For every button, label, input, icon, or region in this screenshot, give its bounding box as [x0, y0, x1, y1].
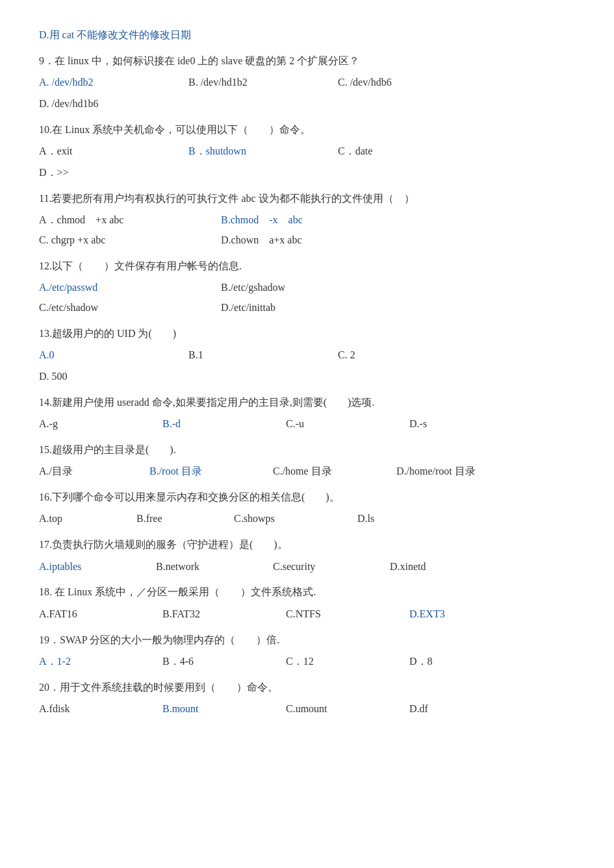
question-15: 15.超级用户的主目录是( ). — [39, 440, 575, 460]
q12-options: A./etc/passwd B./etc/gshadow C./etc/shad… — [39, 279, 575, 317]
q14-options: A.-g B.-d C.-u D.-s — [39, 415, 575, 434]
question-10: 10.在 Linux 系统中关机命令，可以使用以下（ ）命令。 — [39, 120, 575, 140]
question-12: 12.以下（ ）文件保存有用户帐号的信息. — [39, 256, 575, 276]
question-18: 18. 在 Linux 系统中，／分区一般采用（ ）文件系统格式. — [39, 582, 575, 602]
q20-options: A.fdisk B.mount C.umount D.df — [39, 700, 575, 719]
question-9: 9．在 linux 中，如何标识接在 ide0 上的 slave 硬盘的第 2 … — [39, 51, 575, 71]
question-19: 19．SWAP 分区的大小一般为物理内存的（ ）倍. — [39, 630, 575, 650]
q9-options: A. /dev/hdb2 B. /dev/hd1b2 C. /dev/hdb6 … — [39, 73, 575, 114]
q10-options: A．exit B．shutdown C．date D．>> — [39, 142, 575, 182]
question-17: 17.负责执行防火墙规则的服务（守护进程）是( )。 — [39, 535, 575, 554]
question-16: 16.下列哪个命令可以用来显示内存和交换分区的相关信息( )。 — [39, 488, 575, 507]
question-13: 13.超级用户的的 UID 为( ) — [39, 324, 575, 343]
q19-options: A．1-2 B．4-6 C．12 D．8 — [39, 652, 575, 671]
q13-options: A.0 B.1 C. 2 D. 500 — [39, 346, 575, 386]
question-20: 20．用于文件系统挂载的时候要用到（ ）命令。 — [39, 678, 575, 697]
q16-options: A.top B.free C.showps D.ls — [39, 510, 575, 528]
question-11: 11.若要把所有用户均有权执行的可执行文件 abc 设为都不能执行的文件使用（ … — [39, 189, 575, 208]
q11-options: A．chmod +x abc B.chmod -x abc C. chgrp +… — [39, 211, 575, 250]
question-14: 14.新建用户使用 useradd 命令,如果要指定用户的主目录,则需要( )选… — [39, 393, 575, 412]
q18-options: A.FAT16 B.FAT32 C.NTFS D.EXT3 — [39, 605, 575, 624]
d-note: D.用 cat 不能修改文件的修改日期 — [39, 26, 575, 45]
q15-options: A./目录 B./root 目录 C./home 目录 D./home/root… — [39, 462, 575, 481]
q17-options: A.iptables B.network C.security D.xinetd — [39, 558, 575, 577]
